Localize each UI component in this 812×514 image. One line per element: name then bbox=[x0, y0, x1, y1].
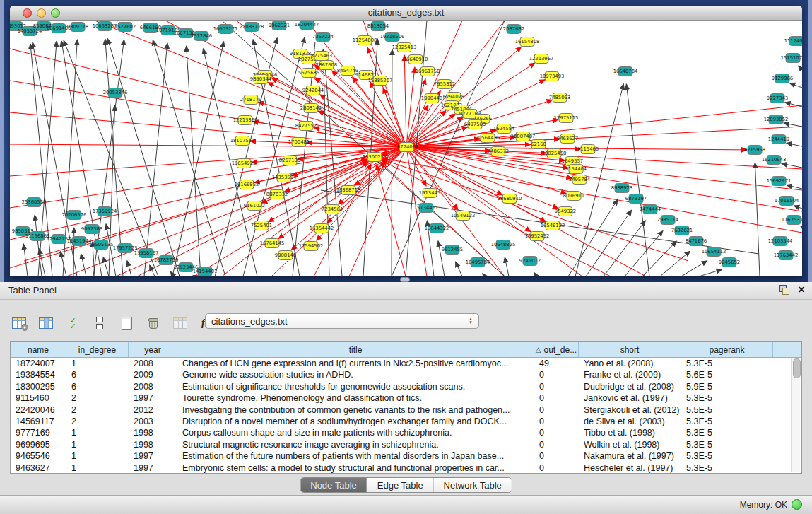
graph-node-9154404[interactable]: 9154404 bbox=[565, 165, 587, 174]
column-header-in_degree[interactable]: in_degree bbox=[66, 342, 129, 357]
graph-node-17975115[interactable]: 17975115 bbox=[554, 114, 579, 123]
graph-node-17016504[interactable]: 17016504 bbox=[775, 197, 799, 206]
graph-node-10952452[interactable]: 10952452 bbox=[525, 232, 550, 241]
table-row[interactable]: 1938455462009Genome-wide association stu… bbox=[11, 369, 801, 380]
graph-node-16210643[interactable]: 16210643 bbox=[762, 156, 787, 165]
graph-node-7485063[interactable]: 7485063 bbox=[549, 93, 570, 103]
graph-node-1700481[interactable]: 1700481 bbox=[288, 138, 310, 147]
graph-node-8495784[interactable]: 8495784 bbox=[569, 175, 590, 185]
graph-node-16961758[interactable]: 16961758 bbox=[416, 67, 440, 76]
graph-node-7234564[interactable]: 7234564 bbox=[322, 205, 343, 214]
table-row[interactable]: 946362711997Embryonic stem cells: a mode… bbox=[11, 462, 801, 474]
graph-node-9912455[interactable]: 9912455 bbox=[442, 245, 463, 255]
graph-node-18204447[interactable]: 18204447 bbox=[295, 21, 319, 30]
network-window-titlebar[interactable]: citations_edges.txt bbox=[10, 6, 802, 21]
graph-node-10549122[interactable]: 10549122 bbox=[451, 211, 476, 221]
graph-node-20053346[interactable]: 20053346 bbox=[103, 88, 128, 98]
graph-node-11254808[interactable]: 11254808 bbox=[353, 36, 377, 45]
column-header-name[interactable]: name bbox=[11, 342, 66, 357]
graph-node-15134451[interactable]: 15134451 bbox=[414, 204, 439, 213]
graph-node-18107552[interactable]: 18107552 bbox=[230, 136, 255, 146]
graph-node-9549322[interactable]: 9549322 bbox=[555, 207, 576, 216]
column-header-out_de[interactable]: △out_de... bbox=[534, 342, 579, 357]
graph-node-10654112[interactable]: 10654112 bbox=[702, 247, 726, 257]
graph-node-16764145[interactable]: 16764145 bbox=[260, 239, 285, 248]
graph-node-9227343[interactable]: 9227343 bbox=[767, 94, 788, 103]
graph-node-22083728[interactable]: 22083728 bbox=[240, 23, 264, 32]
float-window-icon[interactable] bbox=[779, 285, 789, 295]
graph-node-11763442[interactable]: 11763442 bbox=[774, 251, 799, 260]
graph-node-10025458[interactable]: 10025458 bbox=[542, 149, 567, 158]
graph-node-8938923[interactable]: 8938923 bbox=[611, 184, 632, 193]
graph-node-7525401[interactable]: 7525401 bbox=[251, 221, 272, 230]
column-display-button[interactable] bbox=[37, 314, 55, 332]
graph-node-15885207[interactable]: 15885207 bbox=[368, 76, 393, 86]
graph-node-15751074[interactable]: 15751074 bbox=[781, 54, 802, 63]
graph-node-20564436[interactable]: 20564436 bbox=[476, 134, 500, 143]
graph-node-10648825[interactable]: 10648825 bbox=[491, 240, 516, 250]
row-selection-button[interactable]: ✓✓ bbox=[64, 314, 82, 332]
graph-node-8096911[interactable]: 8096911 bbox=[563, 192, 584, 201]
graph-node-2087682[interactable]: 2087682 bbox=[503, 25, 524, 34]
delete-table-button[interactable] bbox=[171, 314, 189, 332]
table-vertical-scrollbar[interactable] bbox=[791, 358, 800, 472]
tab-node-table[interactable]: Node Table bbox=[300, 478, 367, 492]
graph-node-18680910[interactable]: 18680910 bbox=[498, 194, 522, 204]
graph-node-7955812[interactable]: 7955812 bbox=[434, 80, 455, 89]
graph-node-10653287[interactable]: 10653287 bbox=[93, 22, 117, 31]
graph-node-2935114[interactable]: 2935114 bbox=[657, 216, 678, 225]
graph-node-12213967[interactable]: 12213967 bbox=[529, 54, 554, 64]
graph-node-8813054[interactable]: 8813054 bbox=[367, 22, 389, 31]
graph-node-12103544[interactable]: 12103544 bbox=[768, 237, 793, 246]
graph-node-12325413[interactable]: 12325413 bbox=[392, 43, 417, 52]
graph-node-9908140[interactable]: 9908140 bbox=[275, 251, 296, 260]
graph-node-1244419[interactable]: 1244419 bbox=[768, 135, 789, 144]
column-header-pagerank[interactable]: pagerank bbox=[681, 342, 773, 357]
graph-node-1913445[interactable]: 1913445 bbox=[419, 189, 440, 198]
graph-node-11124031[interactable]: 11124031 bbox=[784, 37, 802, 46]
graph-node-16546122[interactable]: 16546122 bbox=[541, 221, 565, 230]
graph-node-18368713[interactable]: 18368713 bbox=[336, 186, 361, 195]
column-header-year[interactable]: year bbox=[129, 342, 177, 357]
graph-node-12213369[interactable]: 12213369 bbox=[233, 116, 258, 125]
graph-node-5675685[interactable]: 5675685 bbox=[298, 69, 319, 78]
graph-node-16648784[interactable]: 16648784 bbox=[613, 67, 638, 76]
graph-node-12093852[interactable]: 12093852 bbox=[764, 115, 789, 124]
graph-node-9245012[interactable]: 9245012 bbox=[519, 257, 541, 266]
graph-node-8215958[interactable]: 8215958 bbox=[744, 146, 765, 155]
graph-node-7357224[interactable]: 7357224 bbox=[312, 33, 334, 42]
new-table-button[interactable] bbox=[117, 314, 136, 332]
graph-node-6794028[interactable]: 6794028 bbox=[443, 93, 464, 102]
graph-node-9242844[interactable]: 9242844 bbox=[302, 86, 324, 95]
graph-node-16640910[interactable]: 16640910 bbox=[404, 55, 428, 64]
network-view-canvas[interactable]: 9893012140557248590871206914069809778106… bbox=[10, 21, 802, 276]
table-select-dropdown[interactable]: citations_edges.txt ▲▼ bbox=[205, 313, 479, 329]
graph-node-1990448[interactable]: 1990448 bbox=[421, 94, 442, 103]
graph-node-9129966[interactable]: 9129966 bbox=[772, 74, 793, 83]
table-row[interactable]: 1872400712008Changes of HCN gene express… bbox=[11, 358, 801, 369]
graph-node-14353594[interactable]: 14353594 bbox=[272, 173, 297, 182]
graph-node-62160[interactable]: 62160 bbox=[531, 140, 546, 149]
graph-node-19654925[interactable]: 19654925 bbox=[232, 159, 257, 168]
graph-node-9245652[interactable]: 9245652 bbox=[719, 258, 740, 267]
close-panel-icon[interactable]: × bbox=[798, 284, 805, 296]
column-header-title[interactable]: title bbox=[177, 342, 534, 357]
graph-node-16495784[interactable]: 16495784 bbox=[466, 258, 490, 267]
graph-node-9115460[interactable]: 9115460 bbox=[577, 145, 599, 154]
table-row[interactable]: 969969511998Structural magnetic resonanc… bbox=[11, 439, 801, 450]
panel-splitter-handle[interactable] bbox=[400, 277, 410, 282]
table-row[interactable]: 2242004622012Investigating the contribut… bbox=[11, 404, 801, 416]
graph-node-7632621[interactable]: 7632621 bbox=[671, 226, 693, 235]
graph-node-16782759[interactable]: 16782759 bbox=[154, 256, 179, 265]
graph-node-13958167[interactable]: 13958167 bbox=[134, 249, 159, 258]
graph-node-16603271[interactable]: 16603271 bbox=[213, 25, 238, 34]
table-row[interactable]: 911546021997Tourette syndrome. Phenomeno… bbox=[11, 392, 801, 404]
graph-node-7512846[interactable]: 7512846 bbox=[191, 32, 212, 41]
graph-node-11675313[interactable]: 11675313 bbox=[782, 216, 802, 225]
tab-network-table[interactable]: Network Table bbox=[433, 478, 512, 492]
graph-node-16354442[interactable]: 16354442 bbox=[310, 224, 334, 233]
column-header-short[interactable]: short bbox=[579, 342, 681, 357]
table-row[interactable]: 1830029562008Estimation of significance … bbox=[11, 381, 801, 392]
delete-entries-button[interactable] bbox=[144, 314, 163, 332]
graph-node-9161022[interactable]: 9161022 bbox=[244, 201, 265, 211]
